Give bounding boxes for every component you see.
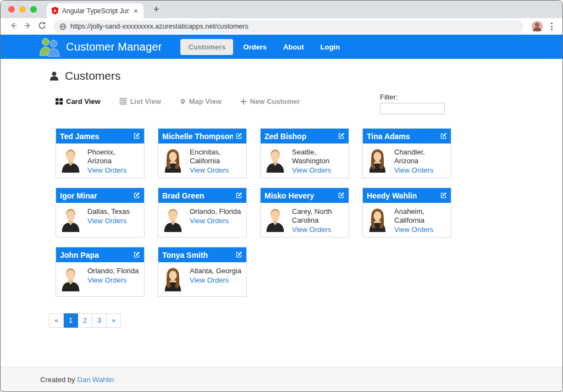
edit-customer-button[interactable]	[133, 192, 140, 199]
nav-item-about[interactable]: About	[277, 39, 311, 55]
edit-customer-button[interactable]	[133, 251, 140, 258]
browser-profile-button[interactable]	[531, 20, 543, 32]
nav-item-orders[interactable]: Orders	[236, 39, 273, 55]
customer-name: Ted James	[60, 132, 131, 141]
customer-avatar	[264, 207, 286, 233]
list-view-button[interactable]: List View	[119, 97, 161, 106]
edit-customer-button[interactable]	[133, 132, 140, 140]
edit-icon	[338, 192, 345, 199]
main-nav: Customers Orders About Login	[180, 39, 346, 55]
card-view-label: Card View	[66, 97, 101, 106]
edit-customer-button[interactable]	[440, 132, 447, 140]
customer-card-header: Misko Hevery	[261, 188, 349, 203]
customer-card: Igor Minar Dallas, Texas View Orders	[56, 187, 145, 238]
edit-customer-button[interactable]	[440, 192, 447, 199]
map-view-button[interactable]: Map View	[180, 97, 222, 106]
view-orders-link[interactable]: View Orders	[394, 166, 448, 175]
globe-icon	[59, 23, 67, 30]
customer-name: John Papa	[60, 251, 131, 260]
person-icon	[49, 71, 59, 81]
edit-customer-button[interactable]	[338, 192, 345, 199]
customer-info: Phoenix, Arizona View Orders	[87, 147, 141, 175]
customer-card-header: Heedy Wahlin	[363, 188, 451, 203]
close-window-button[interactable]	[8, 6, 15, 13]
view-orders-link[interactable]: View Orders	[87, 276, 139, 285]
customer-card-header: Tina Adams	[363, 129, 451, 143]
forward-arrow-icon	[24, 21, 32, 30]
customer-card-header: Igor Minar	[56, 188, 144, 203]
view-orders-link[interactable]: View Orders	[190, 217, 241, 225]
svg-text:A: A	[53, 8, 57, 13]
nav-item-login[interactable]: Login	[314, 39, 346, 55]
new-tab-button[interactable]: +	[150, 4, 163, 14]
edit-customer-button[interactable]	[235, 192, 242, 199]
browser-toolbar: https://jolly-sand-xxxxxxxxx.azurestatic…	[1, 18, 562, 35]
view-orders-link[interactable]: View Orders	[190, 276, 241, 285]
filter-input[interactable]	[380, 103, 445, 114]
address-bar[interactable]: https://jolly-sand-xxxxxxxxx.azurestatic…	[53, 20, 523, 33]
nav-item-customers[interactable]: Customers	[180, 39, 233, 55]
view-orders-link[interactable]: View Orders	[190, 166, 243, 175]
customer-card-body: Phoenix, Arizona View Orders	[56, 143, 144, 175]
footer-text: Created by	[40, 376, 75, 384]
page-button[interactable]: 2	[78, 313, 92, 328]
edit-icon	[133, 251, 140, 258]
page-button[interactable]: 1	[64, 313, 78, 328]
back-button[interactable]	[6, 21, 20, 32]
card-view-button[interactable]: Card View	[56, 97, 101, 106]
customer-info: Seattle, Washington View Orders	[292, 147, 345, 175]
customer-location: Anaheim, California	[394, 207, 448, 225]
two-people-icon	[39, 37, 61, 57]
customer-avatar	[367, 207, 388, 233]
view-orders-link[interactable]: View Orders	[292, 166, 345, 175]
edit-customer-button[interactable]	[235, 132, 242, 140]
customer-avatar	[264, 147, 286, 173]
tab-title: Angular TypeScript JumpStart	[62, 7, 129, 15]
browser-menu-button[interactable]	[547, 20, 557, 32]
minimize-window-button[interactable]	[19, 6, 26, 13]
customer-card-body: Atlanta, Georgia View Orders	[158, 262, 246, 292]
customer-card: Ted James Phoenix, Arizona View Orders	[56, 128, 145, 178]
view-orders-link[interactable]: View Orders	[394, 225, 448, 234]
zoom-window-button[interactable]	[30, 6, 37, 13]
browser-tab[interactable]: A Angular TypeScript JumpStart ×	[47, 3, 143, 18]
customer-location: Carey, North Carolina	[292, 207, 345, 225]
customer-card: Brad Green Orlando, Florida View Orders	[158, 187, 247, 238]
footer-author-link[interactable]: Dan Wahlin	[78, 376, 114, 384]
customer-name: Igor Minar	[60, 191, 131, 200]
forward-button[interactable]	[20, 21, 35, 32]
main-content: Customers Card View List View	[1, 59, 562, 367]
customer-location: Phoenix, Arizona	[87, 148, 141, 165]
view-orders-link[interactable]: View Orders	[87, 166, 141, 175]
view-orders-link[interactable]: View Orders	[87, 217, 130, 225]
app-navbar: Customer Manager Customers Orders About …	[1, 35, 562, 59]
customer-location: Dallas, Texas	[87, 207, 130, 216]
customer-location: Encinitas, California	[190, 148, 243, 165]
page-button[interactable]: »	[107, 313, 121, 328]
customer-name: Zed Bishop	[264, 132, 335, 141]
edit-customer-button[interactable]	[338, 132, 345, 140]
customer-info: Dallas, Texas View Orders	[87, 207, 130, 233]
new-customer-button[interactable]: New Customer	[240, 97, 300, 106]
customer-card-body: Orlando, Florida View Orders	[56, 262, 144, 292]
close-tab-icon[interactable]: ×	[133, 7, 139, 15]
map-view-label: Map View	[189, 97, 222, 106]
customer-avatar	[60, 266, 81, 292]
list-icon	[119, 98, 127, 105]
customer-location: Orlando, Florida	[190, 207, 241, 216]
customer-card-header: John Papa	[56, 247, 144, 262]
page-button[interactable]: «	[49, 313, 64, 328]
edit-customer-button[interactable]	[235, 251, 242, 258]
customer-avatar	[162, 207, 184, 233]
customer-avatar	[162, 266, 184, 292]
page-button[interactable]: 3	[92, 313, 107, 328]
toolbar: Card View List View Map View	[56, 93, 445, 115]
customer-info: Anaheim, California View Orders	[394, 207, 448, 234]
customer-card-header: Ted James	[56, 129, 144, 143]
customer-card-body: Anaheim, California View Orders	[363, 203, 451, 234]
app-brand[interactable]: Customer Manager	[66, 41, 162, 53]
refresh-button[interactable]	[35, 21, 49, 32]
grid-icon	[56, 98, 63, 105]
customer-avatar	[162, 147, 184, 173]
view-orders-link[interactable]: View Orders	[292, 225, 345, 234]
